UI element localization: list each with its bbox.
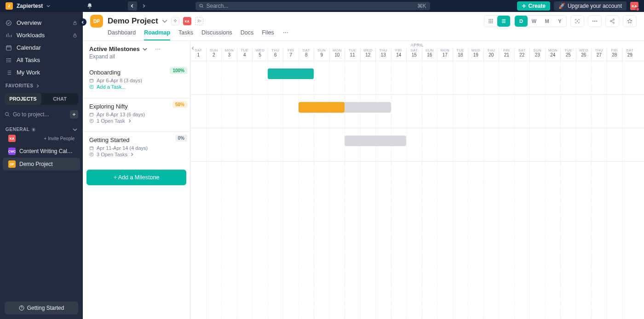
timeline-day[interactable]: FRI 28 xyxy=(607,48,622,61)
milestone-task-line[interactable]: 1 Open Task xyxy=(89,118,184,124)
timeline-day[interactable]: SAT 29 xyxy=(622,48,638,61)
sidebar-item-workloads[interactable]: Workloads xyxy=(0,29,83,41)
chevron-down-icon[interactable] xyxy=(162,18,167,24)
view-list-button[interactable] xyxy=(497,16,510,27)
milestone-task-line[interactable]: 3 Open Tasks xyxy=(89,152,184,157)
sidebar-general-header[interactable]: GENERAL i xyxy=(0,122,83,135)
getting-started-button[interactable]: Getting Started xyxy=(5,302,78,314)
expand-all-button[interactable]: Expand all xyxy=(89,53,184,60)
tab-tasks[interactable]: Tasks xyxy=(178,28,193,40)
timeline-day[interactable]: SAT 8 xyxy=(299,48,314,61)
tab-docs[interactable]: Docs xyxy=(241,28,253,40)
timeline-day[interactable]: SUN 9 xyxy=(314,48,329,61)
milestone-bar[interactable] xyxy=(268,68,314,79)
tab-files[interactable]: Files xyxy=(262,28,274,40)
chevron-down-icon[interactable] xyxy=(143,47,147,51)
invite-people-button[interactable]: + Invite People xyxy=(44,136,75,141)
timeline-day[interactable]: THU 27 xyxy=(591,48,607,61)
tab-projects[interactable]: PROJECTS xyxy=(5,93,41,105)
timeline-day[interactable]: THU 20 xyxy=(483,48,499,61)
milestones-menu-button[interactable] xyxy=(155,46,161,52)
bell-icon[interactable] xyxy=(86,3,93,9)
upgrade-button[interactable]: 🚀 Upgrade your account xyxy=(554,1,627,11)
sidebar-item-calendar[interactable]: Calendar xyxy=(0,41,83,54)
day-of-week: FRI xyxy=(283,48,299,52)
timeline-day[interactable]: THU 6 xyxy=(268,48,283,61)
milestone-bar-fill xyxy=(268,68,314,79)
chevron-down-icon[interactable] xyxy=(46,4,50,8)
timeline-day[interactable]: FRI 14 xyxy=(391,48,407,61)
day-number: 3 xyxy=(222,52,237,57)
project-title[interactable]: Demo Project xyxy=(108,17,158,26)
workspace-name[interactable]: Zapiertest xyxy=(17,3,43,9)
timeline-day[interactable]: TUE 18 xyxy=(453,48,468,61)
nav-forward-button[interactable] xyxy=(139,1,148,11)
timeline-day[interactable]: WED 12 xyxy=(360,48,376,61)
day-number: 12 xyxy=(361,52,376,57)
timeline-day[interactable]: WED 5 xyxy=(252,48,268,61)
user-avatar[interactable]: KA xyxy=(630,2,638,10)
timeline-day[interactable]: THU 13 xyxy=(375,48,391,61)
sidebar-item-label: My Work xyxy=(17,69,40,76)
tab-discussions[interactable]: Discussions xyxy=(201,28,232,40)
view-grid-button[interactable] xyxy=(484,16,497,27)
timeline-day[interactable]: SAT 22 xyxy=(514,48,530,61)
svg-point-31 xyxy=(159,49,160,50)
milestone-row[interactable]: 100% Onboarding Apr 6-Apr 8 (3 days) Add… xyxy=(83,64,190,98)
share-button[interactable] xyxy=(606,16,619,27)
timeline-day[interactable]: FRI 21 xyxy=(499,48,514,61)
timeline-day[interactable]: FRI 7 xyxy=(283,48,299,61)
sidebar-project-cwc[interactable]: CWC Content Writing Calen... xyxy=(3,145,80,158)
timeline-day[interactable]: SUN 23 xyxy=(529,48,545,61)
add-project-button[interactable] xyxy=(70,110,78,119)
ai-button[interactable] xyxy=(171,17,179,25)
milestone-bar[interactable] xyxy=(345,136,406,146)
zoom-W[interactable]: W xyxy=(528,16,540,27)
timeline-day[interactable]: TUE 4 xyxy=(237,48,253,61)
timeline-day[interactable]: SUN 16 xyxy=(422,48,437,61)
add-member-button[interactable] xyxy=(195,17,203,25)
zoom-D[interactable]: D xyxy=(515,16,528,27)
milestone-row[interactable]: 50% Exploring Nifty Apr 8-Apr 13 (6 days… xyxy=(83,98,190,131)
timeline-day[interactable]: SAT 15 xyxy=(406,48,422,61)
member-avatar[interactable]: KA xyxy=(8,135,16,142)
calendar-icon xyxy=(89,78,94,83)
sidebar-item-my-work[interactable]: My Work xyxy=(0,66,83,79)
tab-chat[interactable]: CHAT xyxy=(41,93,78,105)
timeline-day[interactable]: WED 26 xyxy=(576,48,592,61)
nav-back-button[interactable] xyxy=(128,1,137,11)
workspace-logo[interactable]: Z xyxy=(6,2,13,10)
more-button[interactable] xyxy=(588,16,601,27)
timeline-day[interactable]: SUN 2 xyxy=(206,48,222,61)
timeline-day[interactable]: MON 24 xyxy=(545,48,561,61)
tab-dashboard[interactable]: Dashboard xyxy=(108,28,136,40)
project-search[interactable]: Go to project... xyxy=(5,110,78,119)
sidebar-project-demo[interactable]: DP Demo Project xyxy=(3,158,80,171)
milestone-bar[interactable] xyxy=(299,102,391,113)
global-search[interactable]: Search... ⌘K xyxy=(196,2,430,10)
zoom-M[interactable]: M xyxy=(540,16,553,27)
project-avatar[interactable]: DP xyxy=(90,15,103,28)
add-milestone-button[interactable]: + Add a Milestone xyxy=(86,170,186,185)
create-button[interactable]: Create xyxy=(517,1,550,11)
sidebar-collapse-button[interactable] xyxy=(79,18,86,26)
milestone-task-line[interactable]: Add a Task... xyxy=(89,84,184,90)
timeline-day[interactable]: WED 19 xyxy=(468,48,483,61)
tab-roadmap[interactable]: Roadmap xyxy=(144,28,170,40)
project-member-avatar[interactable]: KA xyxy=(183,17,191,25)
sidebar-favorites-header[interactable]: FAVORITES xyxy=(0,79,83,91)
timeline-day[interactable]: MON 10 xyxy=(329,48,345,61)
timeline-scroll-left[interactable] xyxy=(190,44,198,53)
timeline-day[interactable]: MON 17 xyxy=(437,48,453,61)
milestones-filter[interactable]: Active Milestones xyxy=(89,46,140,52)
sidebar-item-all-tasks[interactable]: All Tasks xyxy=(0,54,83,66)
sidebar-item-overview[interactable]: Overview xyxy=(0,17,83,29)
star-button[interactable] xyxy=(623,16,636,27)
zoom-Y[interactable]: Y xyxy=(553,16,566,27)
milestone-row[interactable]: 0% Getting Started Apr 11-Apr 14 (4 days… xyxy=(83,131,190,165)
focus-button[interactable] xyxy=(571,16,584,27)
timeline-day[interactable]: MON 3 xyxy=(221,48,237,61)
timeline-day[interactable]: TUE 25 xyxy=(560,48,576,61)
timeline-day[interactable]: TUE 11 xyxy=(345,48,360,61)
tab-more[interactable] xyxy=(282,28,289,40)
